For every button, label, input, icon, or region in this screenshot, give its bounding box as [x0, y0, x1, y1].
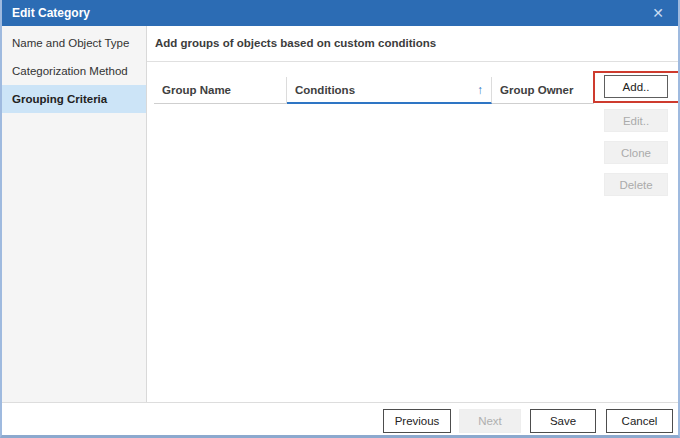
sidebar: Name and Object Type Categorization Meth…	[2, 26, 147, 402]
cancel-button[interactable]: Cancel	[606, 409, 673, 433]
previous-button[interactable]: Previous	[383, 409, 451, 433]
titlebar: Edit Category ✕	[0, 0, 680, 26]
edit-category-dialog: Edit Category ✕ Name and Object Type Cat…	[0, 0, 680, 438]
column-header-conditions[interactable]: Conditions ↑	[287, 77, 492, 104]
save-button[interactable]: Save	[530, 409, 596, 433]
groups-list-empty[interactable]	[154, 104, 594, 398]
delete-button[interactable]: Delete	[604, 173, 668, 196]
window-title: Edit Category	[12, 6, 90, 20]
close-icon[interactable]: ✕	[648, 4, 668, 22]
column-label-group-name: Group Name	[162, 84, 231, 96]
sort-ascending-icon: ↑	[477, 83, 483, 97]
clone-button[interactable]: Clone	[604, 141, 668, 164]
grouping-criteria-panel: Add groups of objects based on custom co…	[147, 26, 678, 402]
column-header-group-owner[interactable]: Group Owner	[492, 77, 594, 104]
next-button[interactable]: Next	[459, 409, 521, 433]
add-button[interactable]: Add..	[604, 75, 668, 98]
dialog-body: Name and Object Type Categorization Meth…	[2, 26, 678, 402]
column-label-group-owner: Group Owner	[500, 84, 573, 96]
groups-table-header: Group Name Conditions ↑ Group Owner	[154, 77, 594, 104]
column-label-conditions: Conditions	[295, 84, 355, 96]
sidebar-item-grouping-criteria[interactable]: Grouping Criteria	[2, 85, 146, 113]
footer: Previous Next Save Cancel	[2, 402, 678, 435]
sidebar-item-categorization-method[interactable]: Categorization Method	[2, 57, 146, 85]
sidebar-item-name-and-object-type[interactable]: Name and Object Type	[2, 29, 146, 57]
column-header-group-name[interactable]: Group Name	[154, 77, 287, 104]
panel-description: Add groups of objects based on custom co…	[147, 26, 678, 62]
group-actions: Add.. Edit.. Clone Delete	[604, 75, 668, 205]
edit-button[interactable]: Edit..	[604, 109, 668, 132]
